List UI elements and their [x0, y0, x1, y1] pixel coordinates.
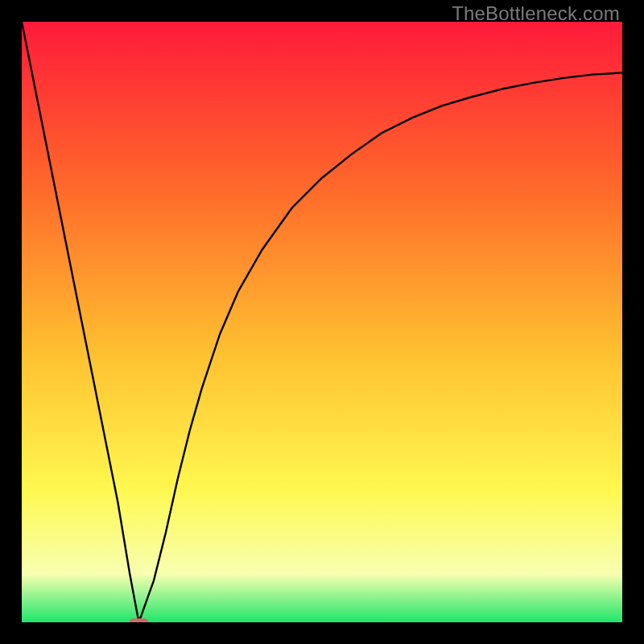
gradient-background: [22, 22, 622, 622]
bottleneck-chart: [22, 22, 622, 622]
optimal-marker: [130, 618, 149, 622]
chart-frame: TheBottleneck.com: [0, 0, 644, 644]
